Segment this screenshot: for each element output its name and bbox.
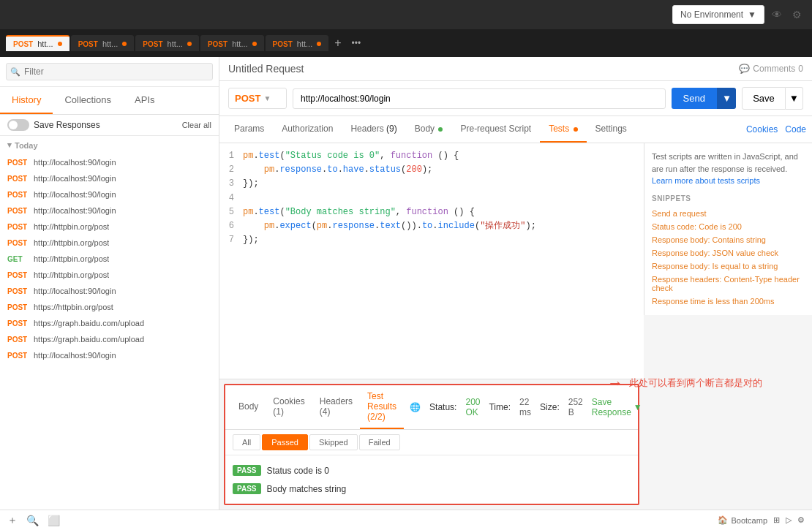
- gear-icon[interactable]: ⚙: [789, 7, 805, 22]
- method-chevron-icon: ▼: [263, 94, 271, 102]
- request-tab-1[interactable]: POST htt...: [6, 35, 69, 51]
- send-button[interactable]: Send: [672, 88, 717, 109]
- tab-settings[interactable]: Settings: [587, 116, 636, 143]
- resp-tab-headers[interactable]: Headers (4): [312, 390, 360, 424]
- tab-label-1: htt...: [37, 39, 53, 48]
- size-value: 252 B: [568, 397, 583, 417]
- settings-bottom-icon[interactable]: ⚙: [797, 515, 805, 525]
- save-dropdown-button[interactable]: ▼: [786, 87, 803, 110]
- snippet-body-contains[interactable]: Response body: Contains string: [652, 233, 805, 246]
- list-item[interactable]: POST http://localhost:90/login: [0, 347, 219, 363]
- snippet-status-200[interactable]: Status code: Code is 200: [652, 220, 805, 233]
- list-item[interactable]: POST http://localhost:90/login: [0, 202, 219, 219]
- comments-label: Comments: [753, 64, 795, 74]
- pass-badge-2: PASS: [233, 483, 261, 494]
- history-url: http://localhost:90/login: [34, 287, 116, 295]
- search-bottom-icon[interactable]: 🔍: [26, 515, 39, 526]
- filter-tab-skipped[interactable]: Skipped: [309, 434, 358, 450]
- code-line-3: 3 });: [219, 177, 644, 191]
- snippet-headers-content[interactable]: Response headers: Content-Type header ch…: [652, 273, 805, 295]
- layout-icon[interactable]: ⊞: [773, 515, 780, 525]
- list-item[interactable]: POST https://graph.baidu.com/upload: [0, 315, 219, 331]
- resp-tab-cookies[interactable]: Cookies (1): [266, 390, 312, 424]
- tab-tests[interactable]: Tests: [540, 116, 586, 143]
- snippet-body-json[interactable]: Response body: JSON value check: [652, 246, 805, 260]
- code-editor[interactable]: 1 pm.test("Status code is 0", function (…: [219, 143, 644, 379]
- list-item[interactable]: POST https://httpbin.org/post: [0, 299, 219, 315]
- learn-more-link[interactable]: Learn more about tests scripts: [652, 176, 760, 185]
- sidebar-tab-apis[interactable]: APIs: [123, 87, 166, 114]
- tab-label-3: htt...: [168, 39, 183, 48]
- filter-tab-passed[interactable]: Passed: [262, 434, 308, 450]
- tab-dot-1: [58, 42, 62, 46]
- console-icon[interactable]: ⬜: [48, 515, 60, 526]
- send-dropdown-button[interactable]: ▼: [717, 88, 736, 109]
- list-item[interactable]: POST http://localhost:90/login: [0, 186, 219, 202]
- snippet-send-request[interactable]: Send a request: [652, 207, 805, 220]
- filter-tab-all[interactable]: All: [233, 434, 260, 450]
- method-selector[interactable]: POST ▼: [228, 88, 287, 109]
- new-request-icon[interactable]: ＋: [7, 514, 18, 527]
- request-tab-2[interactable]: POST htt...: [71, 35, 135, 51]
- more-tabs-button[interactable]: •••: [347, 38, 366, 48]
- clear-all-button[interactable]: Clear all: [182, 121, 211, 129]
- runner-icon[interactable]: ▷: [786, 515, 792, 525]
- history-url: http://localhost:90/login: [34, 351, 116, 360]
- request-title: Untitled Request: [228, 63, 304, 75]
- list-item[interactable]: POST http://localhost:90/login: [0, 170, 219, 186]
- sidebar-toolbar: Save Responses Clear all: [0, 115, 219, 136]
- sidebar-tab-history[interactable]: History: [0, 87, 53, 114]
- env-icons: 👁 ⚙: [769, 7, 805, 22]
- list-item[interactable]: GET http://httpbin.org/post: [0, 251, 219, 267]
- list-item[interactable]: POST http://httpbin.org/post: [0, 235, 219, 251]
- cookies-link[interactable]: Cookies: [746, 124, 778, 135]
- save-responses-toggle[interactable]: [7, 119, 29, 131]
- list-item[interactable]: POST http://httpbin.org/post: [0, 219, 219, 235]
- method-badge: GET: [7, 255, 28, 263]
- tab-body[interactable]: Body: [406, 116, 452, 143]
- list-item[interactable]: POST http://localhost:90/login: [0, 283, 219, 299]
- filter-tabs: All Passed Skipped Failed: [225, 430, 638, 455]
- method-badge: POST: [7, 287, 28, 295]
- comments-button[interactable]: 💬 Comments 0: [739, 64, 803, 74]
- tab-bar: POST htt... POST htt... POST htt... POST…: [0, 29, 812, 57]
- tab-headers[interactable]: Headers (9): [342, 116, 405, 143]
- search-input[interactable]: [6, 63, 213, 80]
- time-label: Time:: [489, 402, 511, 412]
- request-tab-5[interactable]: POST htt...: [266, 35, 329, 51]
- snippet-response-time[interactable]: Response time is less than 200ms: [652, 295, 805, 308]
- list-item[interactable]: POST http://httpbin.org/post: [0, 267, 219, 283]
- resp-tab-body[interactable]: Body: [231, 395, 266, 419]
- save-button[interactable]: Save: [742, 87, 786, 110]
- bootcamp-button[interactable]: 🏠 Bootcamp: [718, 515, 767, 525]
- status-value: 200 OK: [465, 397, 480, 417]
- code-link[interactable]: Code: [785, 124, 806, 135]
- tab-pre-request[interactable]: Pre-request Script: [451, 116, 540, 143]
- tab-authorization[interactable]: Authorization: [273, 116, 342, 143]
- filter-tab-failed[interactable]: Failed: [359, 434, 400, 450]
- snippet-body-equal[interactable]: Response body: Is equal to a string: [652, 260, 805, 273]
- method-badge: POST: [7, 336, 28, 344]
- resp-tab-test-results[interactable]: Test Results (2/2): [360, 385, 404, 429]
- snippets-info-text: Test scripts are written in JavaScript, …: [652, 151, 805, 187]
- url-input[interactable]: [293, 88, 666, 109]
- toggle-knob: [9, 121, 18, 129]
- tab-params[interactable]: Params: [225, 116, 273, 143]
- save-button-wrap: Save ▼: [742, 87, 803, 110]
- snippets-panel: Test scripts are written in JavaScript, …: [644, 143, 812, 315]
- history-url: http://localhost:90/login: [34, 158, 116, 167]
- eye-icon[interactable]: 👁: [769, 7, 785, 22]
- tab-dot-2: [122, 42, 127, 46]
- body-active-dot: [438, 127, 443, 132]
- sidebar-tab-collections[interactable]: Collections: [53, 87, 123, 114]
- search-icon: 🔍: [10, 67, 20, 77]
- bootcamp-label: Bootcamp: [731, 516, 767, 525]
- request-tab-4[interactable]: POST htt...: [200, 35, 264, 51]
- list-item[interactable]: POST https://graph.baidu.com/upload: [0, 331, 219, 347]
- env-selector[interactable]: No Environment ▼: [672, 5, 764, 24]
- test-item-2: PASS Body matches string: [233, 480, 631, 498]
- globe-icon: 🌐: [410, 402, 421, 412]
- new-tab-button[interactable]: +: [330, 37, 345, 50]
- list-item[interactable]: POST http://localhost:90/login: [0, 154, 219, 170]
- request-tab-3[interactable]: POST htt...: [135, 35, 199, 51]
